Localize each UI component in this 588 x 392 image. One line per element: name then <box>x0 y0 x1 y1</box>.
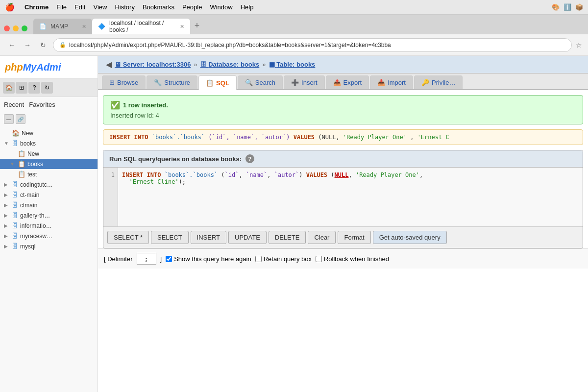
recent-label[interactable]: Recent <box>4 101 24 108</box>
sql-preview: INSERT INTO `books`.`books` (`id`, `name… <box>103 129 583 145</box>
tree-item-informatio[interactable]: ▶ 🗄 informatio… <box>0 220 98 231</box>
favorites-label[interactable]: Favorites <box>29 101 55 108</box>
tree-item-new-root[interactable]: 🏠 New <box>0 128 98 138</box>
select-star-button[interactable]: SELECT * <box>107 231 149 244</box>
reload-button[interactable]: ↻ <box>37 39 49 51</box>
test-table-icon: 📋 <box>18 171 25 178</box>
tree-item-gallery[interactable]: ▶ 🗄 gallery-th… <box>0 210 98 220</box>
url-bar[interactable]: 🔒 localhost/phpMyAdmin/export.php#PMAURL… <box>53 38 572 52</box>
menu-window[interactable]: Window <box>210 3 232 11</box>
gallery-label: gallery-th… <box>20 212 50 219</box>
apple-menu[interactable]: 🍎 <box>5 2 15 12</box>
tree-item-myracesw[interactable]: ▶ 🗄 myracesw… <box>0 231 98 241</box>
tree-item-ct-main[interactable]: ▶ 🗄 ct-main <box>0 190 98 200</box>
update-button[interactable]: UPDATE <box>228 231 267 244</box>
menu-edit[interactable]: Edit <box>74 3 85 11</box>
books-db-label: books <box>20 140 36 147</box>
export-tab-label: Export <box>343 79 362 86</box>
sql-nav-icon[interactable]: ⊞ <box>16 82 27 94</box>
mamp-tab-close[interactable]: ✕ <box>82 24 86 30</box>
rollback-checkbox-label[interactable]: Rollback when finished <box>316 255 389 263</box>
forward-button[interactable]: → <box>22 39 33 51</box>
help-nav-icon[interactable]: ? <box>28 82 40 94</box>
tab-mamp[interactable]: 📄 MAMP ✕ <box>33 19 92 34</box>
action-tabs: ⊞ Browse 🔧 Structure 📋 SQL 🔍 Search ➕ <box>98 74 588 90</box>
pma-tab-close[interactable]: ✕ <box>180 24 184 30</box>
code-content[interactable]: INSERT INTO `books`.`books` (`id`, `name… <box>118 168 583 226</box>
refresh-nav-icon[interactable]: ↻ <box>41 82 53 94</box>
tab-privileges[interactable]: 🔑 Privile… <box>414 75 463 89</box>
link-icon[interactable]: 🔗 <box>16 114 25 124</box>
structure-tab-label: Structure <box>164 79 190 86</box>
success-title: ✅ 1 row inserted. <box>110 100 576 110</box>
privileges-tab-label: Privile… <box>432 79 455 86</box>
bookmark-star-icon[interactable]: ☆ <box>576 41 582 49</box>
delimiter-input[interactable] <box>137 253 156 265</box>
tree-item-books-db[interactable]: ▼ 🗄 books <box>0 138 98 148</box>
tab-import[interactable]: 📥 Import <box>370 75 413 89</box>
tab-browse[interactable]: ⊞ Browse <box>102 75 146 89</box>
rollback-checkbox[interactable] <box>316 256 322 262</box>
breadcrumb-table[interactable]: ▦ Table: books <box>269 61 316 68</box>
show-query-checkbox-label[interactable]: Show this query here again <box>166 255 251 263</box>
menu-history[interactable]: History <box>115 3 134 11</box>
insert-button[interactable]: INSERT <box>191 231 226 244</box>
window-minimize[interactable] <box>13 25 19 31</box>
menu-view[interactable]: View <box>93 3 107 11</box>
show-query-checkbox[interactable] <box>166 256 172 262</box>
recent-favorites: Recent Favorites <box>0 97 98 112</box>
sql-section-title: Run SQL query/queries on database books: <box>109 155 242 163</box>
code-editor[interactable]: 1 INSERT INTO `books`.`books` (`id`, `na… <box>103 168 583 226</box>
select-button[interactable]: SELECT <box>151 231 189 244</box>
breadcrumb-database[interactable]: 🗄 Database: books <box>200 61 260 68</box>
breadcrumb-sep2: » <box>262 61 266 68</box>
tab-pma[interactable]: 🔷 localhost / localhost / books / ✕ <box>92 19 190 34</box>
success-title-text: 1 row inserted. <box>123 101 168 109</box>
myracesw-expand: ▶ <box>4 233 10 239</box>
ctmain-icon: 🗄 <box>12 201 18 209</box>
informatio-expand: ▶ <box>4 223 10 228</box>
tab-export[interactable]: 📤 Export <box>326 75 369 89</box>
get-auto-saved-button[interactable]: Get auto-saved query <box>373 231 447 244</box>
tree-item-codingtutc[interactable]: ▶ 🗄 codingtutc… <box>0 179 98 190</box>
new-tab-button[interactable]: + <box>190 19 204 32</box>
breadcrumb-server[interactable]: 🖥 Server: localhost:3306 <box>115 61 191 68</box>
tree-item-mysql[interactable]: ▶ 🗄 mysql <box>0 241 98 251</box>
menu-people[interactable]: People <box>182 3 202 11</box>
clear-button[interactable]: Clear <box>308 231 336 244</box>
pma-logo: phpMyAdmi <box>0 56 98 79</box>
menu-help[interactable]: Help <box>241 3 254 11</box>
mysql-label: mysql <box>20 243 35 250</box>
menu-file[interactable]: File <box>56 3 67 11</box>
url-text: localhost/phpMyAdmin/export.php#PMAURL-3… <box>69 42 391 49</box>
menu-bookmarks[interactable]: Bookmarks <box>143 3 174 11</box>
tab-search[interactable]: 🔍 Search <box>238 75 283 89</box>
back-button[interactable]: ← <box>6 39 18 51</box>
retain-box-checkbox[interactable] <box>255 256 262 262</box>
tree-item-books-table[interactable]: ▼ 📋 books <box>0 159 98 169</box>
home-nav-icon[interactable]: 🏠 <box>3 82 15 94</box>
search-tab-label: Search <box>255 79 275 86</box>
success-detail: Inserted row id: 4 <box>110 112 576 119</box>
pma-tab-label: localhost / localhost / books / <box>109 20 176 33</box>
tab-structure[interactable]: 🔧 Structure <box>147 75 197 89</box>
sql-buttons: SELECT * SELECT INSERT UPDATE DELETE Cle… <box>103 226 583 248</box>
tree-item-test-table[interactable]: 📋 test <box>0 169 98 179</box>
format-button[interactable]: Format <box>338 231 370 244</box>
tab-insert[interactable]: ➕ Insert <box>284 75 325 89</box>
tab-bar: 📄 MAMP ✕ 🔷 localhost / localhost / books… <box>0 15 588 34</box>
new-books-icon: 📋 <box>18 150 25 157</box>
help-icon[interactable]: ? <box>245 154 254 163</box>
books-table-expand: ▼ <box>10 161 16 167</box>
codingtutc-icon: 🗄 <box>12 181 18 188</box>
tree-item-new-books[interactable]: 📋 New <box>0 148 98 159</box>
collapse-all-button[interactable]: — <box>4 114 14 124</box>
tab-sql[interactable]: 📋 SQL <box>198 75 237 90</box>
retain-box-checkbox-label[interactable]: Retain query box <box>255 255 312 263</box>
back-arrow-icon[interactable]: ◀ <box>106 60 112 69</box>
books-table-icon: 📋 <box>18 160 25 168</box>
window-close[interactable] <box>4 25 10 31</box>
tree-item-ctmain[interactable]: ▶ 🗄 ctmain <box>0 200 98 210</box>
delete-button[interactable]: DELETE <box>269 231 306 244</box>
window-maximize[interactable] <box>22 25 27 31</box>
